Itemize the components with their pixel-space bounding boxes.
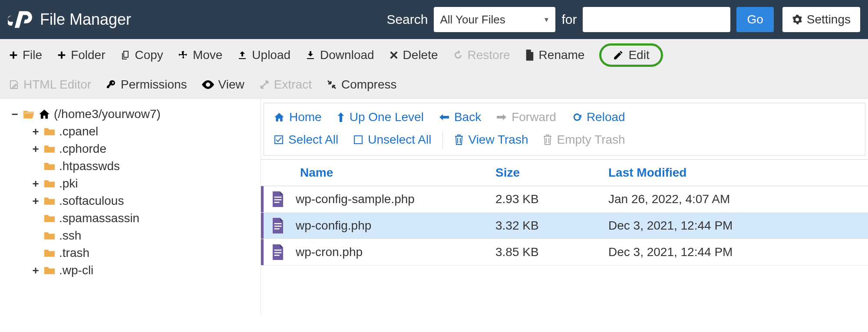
file-name: wp-config.php — [296, 219, 371, 233]
file-modified: Dec 3, 2021, 12:44 PM — [604, 219, 868, 233]
tree-item[interactable]: +.pki — [31, 175, 255, 192]
file-table: Name Size Last Modified wp-config-sample… — [261, 159, 868, 266]
search-label: Search — [386, 12, 428, 27]
compress-button[interactable]: Compress — [327, 78, 397, 92]
nav-reload[interactable]: Reload — [571, 110, 625, 124]
upload-button[interactable]: Upload — [237, 48, 290, 62]
tree-item[interactable]: .ssh — [31, 227, 255, 244]
tree-item-label: .htpasswds — [59, 159, 120, 173]
tree-item[interactable]: +.softaculous — [31, 192, 255, 210]
tree-root-label: (/home3/yourwow7) — [54, 107, 161, 121]
tree-item-label: .cpanel — [59, 125, 98, 138]
folder-open-icon — [23, 109, 35, 119]
file-modified: Jan 26, 2022, 4:07 AM — [604, 192, 868, 206]
edit-button[interactable]: Edit — [599, 43, 663, 67]
folder-icon — [43, 248, 56, 258]
tree-item[interactable]: .htpasswds — [31, 158, 255, 175]
tree-root[interactable]: − (/home3/yourwow7) — [10, 105, 255, 123]
eye-icon — [202, 80, 214, 89]
file-icon — [525, 49, 535, 61]
nav-forward: Forward — [496, 110, 556, 124]
restore-icon — [453, 50, 463, 60]
search-scope-value: All Your Files — [440, 13, 505, 26]
arrow-up-icon — [337, 112, 345, 123]
move-icon — [178, 50, 188, 60]
tree-item[interactable]: +.wp-cli — [31, 262, 255, 279]
search-input[interactable] — [583, 7, 730, 32]
file-size: 3.32 KB — [495, 219, 604, 233]
expand-icon[interactable]: + — [31, 264, 40, 277]
view-button[interactable]: View — [202, 78, 244, 92]
table-row[interactable]: wp-config.php3.32 KBDec 3, 2021, 12:44 P… — [261, 213, 868, 239]
plus-icon — [9, 50, 18, 60]
view-trash-button[interactable]: View Trash — [454, 133, 528, 147]
php-file-icon — [271, 191, 284, 207]
restore-button: Restore — [453, 48, 510, 62]
tree-item[interactable]: +.cpanel — [31, 123, 255, 140]
folder-icon — [43, 161, 56, 171]
html-editor-button: HTML Editor — [9, 78, 91, 92]
pencil-icon — [613, 49, 624, 61]
key-icon — [106, 79, 116, 90]
tree-item[interactable]: .trash — [31, 244, 255, 262]
col-modified[interactable]: Last Modified — [604, 166, 868, 180]
row-accent — [261, 239, 264, 265]
rename-button[interactable]: Rename — [525, 48, 585, 62]
compress-icon — [327, 79, 337, 90]
expand-icon[interactable]: + — [31, 194, 40, 208]
folder-icon — [43, 144, 56, 154]
col-name[interactable]: Name — [261, 166, 495, 180]
select-all-button[interactable]: Select All — [274, 133, 338, 147]
home-icon — [274, 112, 285, 122]
table-row[interactable]: wp-config-sample.php2.93 KBJan 26, 2022,… — [261, 186, 868, 213]
extract-button: Extract — [259, 78, 312, 92]
tree-item-label: .spamassassin — [59, 211, 139, 225]
tree-item-label: .ssh — [59, 229, 81, 243]
folder-button[interactable]: Folder — [57, 48, 105, 62]
tree-item[interactable]: .spamassassin — [31, 210, 255, 227]
file-button[interactable]: File — [9, 48, 42, 62]
row-accent — [261, 213, 264, 239]
folder-icon — [43, 127, 56, 136]
chevron-down-icon: ▾ — [545, 15, 548, 24]
table-row[interactable]: wp-cron.php3.85 KBDec 3, 2021, 12:44 PM — [261, 239, 868, 266]
table-header: Name Size Last Modified — [261, 159, 868, 186]
php-file-icon — [271, 244, 284, 260]
toolbar: File Folder Copy Move Upload Download De… — [0, 39, 868, 99]
go-button[interactable]: Go — [736, 7, 773, 32]
tree-item-label: .trash — [59, 246, 89, 260]
trash-icon — [454, 134, 464, 145]
nav-toolbar: Home Up One Level Back Forward Reload — [264, 103, 865, 156]
app-logo: File Manager — [8, 7, 131, 32]
unselect-all-button[interactable]: Unselect All — [353, 133, 431, 147]
main-pane: − (/home3/yourwow7) +.cpanel+.cphorde.ht… — [0, 99, 868, 316]
move-button[interactable]: Move — [178, 48, 222, 62]
settings-button[interactable]: Settings — [782, 7, 860, 32]
cpanel-icon — [8, 7, 32, 32]
edit-doc-icon — [9, 79, 19, 90]
content-pane: Home Up One Level Back Forward Reload — [261, 99, 868, 316]
delete-button[interactable]: Delete — [389, 48, 438, 62]
nav-home[interactable]: Home — [274, 110, 322, 124]
nav-back[interactable]: Back — [439, 110, 481, 124]
folder-icon — [43, 179, 56, 188]
search-scope-select[interactable]: All Your Files ▾ — [434, 7, 555, 32]
folder-icon — [43, 266, 56, 275]
file-name: wp-config-sample.php — [296, 192, 415, 206]
row-accent — [261, 186, 264, 212]
tree-item-label: .pki — [59, 177, 78, 191]
home-icon — [38, 108, 50, 120]
expand-icon[interactable]: + — [31, 177, 40, 191]
tree-item[interactable]: +.cphorde — [31, 140, 255, 158]
collapse-icon[interactable]: − — [10, 108, 19, 121]
nav-up[interactable]: Up One Level — [337, 110, 424, 124]
col-size[interactable]: Size — [495, 166, 604, 180]
file-name: wp-cron.php — [296, 245, 363, 259]
download-button[interactable]: Download — [305, 48, 374, 62]
expand-icon[interactable]: + — [31, 142, 40, 156]
copy-button[interactable]: Copy — [120, 48, 163, 62]
expand-icon[interactable]: + — [31, 125, 40, 138]
tree-item-label: .softaculous — [59, 194, 124, 208]
permissions-button[interactable]: Permissions — [106, 78, 187, 92]
upload-icon — [237, 50, 248, 60]
